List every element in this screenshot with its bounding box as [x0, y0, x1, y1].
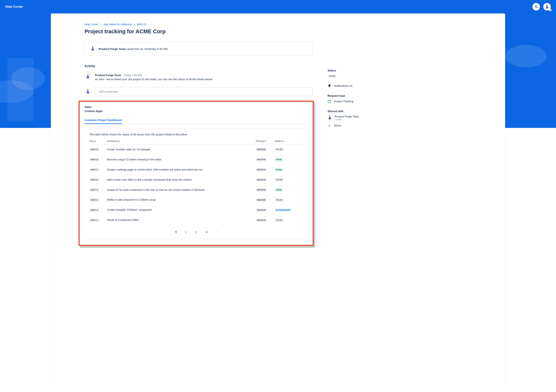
priority-badge: MEDIUM	[256, 208, 267, 212]
status-badge: TO DO	[275, 219, 284, 222]
svg-rect-6	[328, 100, 331, 103]
priority-badge: MEDIUM	[256, 219, 267, 222]
svg-rect-5	[87, 90, 88, 90]
table-row[interactable]: AMFJ-4Ability to add component to Childr…	[89, 195, 303, 205]
table-row[interactable]: AMFJ-5Unique ID for each component in th…	[89, 185, 303, 195]
status-badge: IN PROGRESS	[275, 208, 292, 212]
chevron-right-icon	[215, 231, 217, 233]
shared-user-role: Creator	[335, 118, 359, 121]
svg-line-1	[537, 7, 538, 8]
issue-key: AMFJ-3	[89, 208, 99, 212]
search-icon	[534, 5, 538, 8]
pagination: 123	[89, 231, 303, 234]
col-priority[interactable]: Priority⇅	[256, 138, 275, 144]
profile-avatar[interactable]: 2	[543, 3, 551, 10]
pager-page[interactable]: 3	[205, 230, 208, 234]
search-button[interactable]	[533, 3, 540, 10]
comment-input[interactable]: Add a comment	[95, 87, 313, 96]
table-row[interactable]: AMFJ-9Create Youtube video for V3 change…	[89, 144, 303, 155]
breadcrumb-link[interactable]: Help Center	[85, 23, 99, 26]
add-comment-row: Add a comment	[85, 87, 313, 96]
breadcrumb-link[interactable]: AMS-12	[137, 23, 147, 26]
status-badge: DONE	[275, 168, 283, 172]
table-row[interactable]: AMFJ-3Create reusable "Children" compone…	[89, 205, 303, 215]
issue-key: AMFJ-6	[89, 178, 99, 182]
issue-summary: Create a settings page to control which …	[107, 165, 256, 175]
shared-user-name: Product Forge Team	[335, 115, 359, 118]
pager-next[interactable]	[215, 231, 217, 234]
issue-key: AMFJ-4	[89, 198, 99, 202]
status-badge: TO DO	[275, 178, 284, 182]
svg-rect-2	[547, 5, 548, 5]
apps-heading: Apps	[85, 105, 308, 108]
custom-apps-heading: Custom Apps	[85, 110, 308, 113]
flask-icon	[90, 46, 95, 51]
issue-summary: Unique ID for each component in the tree…	[107, 185, 256, 195]
breadcrumb-link[interactable]: App Maker For Atlassian	[104, 23, 132, 26]
portal-title[interactable]: Help Center	[5, 5, 23, 9]
comment-body: Hi John - we've linked your Jira project…	[95, 77, 313, 81]
comment-time: Today 3:36 PM	[124, 74, 142, 77]
status-badge: TO DO	[275, 148, 284, 151]
apps-highlight-block: Apps Custom Apps Customer Project Dashbo…	[78, 101, 314, 246]
dashboard-panel: The table below shows the status of all …	[85, 128, 308, 239]
issue-summary: Add a hover-over effect to the Lozenge c…	[107, 175, 256, 185]
priority-badge: MEDIUM	[256, 168, 267, 172]
priority-badge: MEDIUM	[256, 188, 267, 192]
issue-key: AMFJ-1	[89, 219, 99, 222]
issue-key: AMFJ-8	[89, 158, 99, 162]
table-row[interactable]: AMFJ-6Add a hover-over effect to the Loz…	[89, 175, 303, 185]
priority-badge: MEDIUM	[256, 178, 267, 182]
pager-page[interactable]: 2	[194, 230, 198, 234]
tab-customer-dashboard[interactable]: Customer Project Dashboard	[85, 117, 122, 124]
status-badge: TO DO	[275, 198, 284, 202]
shared-user-row: Product Forge Team Creator	[328, 115, 421, 121]
pager-prev[interactable]	[175, 231, 177, 234]
content-card: Help Center / App Maker For Atlassian / …	[51, 14, 505, 387]
issue-summary: Visual UI Component Editor	[107, 215, 256, 225]
table-row[interactable]: AMFJ-1Visual UI Component EditorMEDIUMTO…	[89, 215, 303, 225]
activity-heading: Activity	[85, 64, 313, 68]
page-title: Project tracking for ACME Corp	[85, 28, 313, 35]
issue-key: AMFJ-7	[89, 168, 99, 172]
issue-key: AMFJ-9	[89, 148, 99, 151]
col-summary[interactable]: Summary⇅	[107, 138, 256, 144]
issue-summary: Create Youtube video for V3 changes.	[107, 144, 256, 155]
calendar-icon	[328, 100, 331, 103]
chevron-left-icon	[175, 231, 177, 233]
col-key[interactable]: Key⇅	[89, 138, 107, 144]
priority-badge: MEDIUM	[256, 158, 267, 162]
issue-summary: Ability to add component to Children arr…	[107, 195, 256, 205]
plus-icon: ＋	[328, 124, 331, 127]
table-row[interactable]: AMFJ-8Remove unique ID before showing in…	[89, 155, 303, 165]
comment-author: Product Forge Team	[95, 74, 121, 77]
issue-summary: Remove unique ID before showing in the e…	[107, 155, 256, 165]
status-badge: DONE	[275, 158, 283, 162]
table-row[interactable]: AMFJ-7Create a settings page to control …	[89, 165, 303, 175]
flask-icon	[328, 115, 332, 120]
sidebar-status-heading: Status	[328, 69, 421, 72]
panel-intro: The table below shows the status of all …	[89, 133, 303, 136]
status-badge: DONE	[275, 188, 283, 192]
priority-badge: MEDIUM	[256, 148, 267, 151]
issues-table: Key⇅ Summary⇅ Priority⇅ Status⇅ AMFJ-9Cr…	[89, 138, 303, 225]
issue-summary: Create reusable "Children" component.	[107, 205, 256, 215]
svg-rect-3	[92, 47, 93, 47]
svg-rect-7	[329, 116, 330, 116]
current-user-avatar	[85, 88, 91, 95]
request-type-row: Project Tracking	[328, 100, 421, 103]
sidebar-request-type-heading: Request type	[328, 94, 421, 97]
status-badge: TO DO	[328, 75, 337, 78]
top-bar: Help Center 2	[0, 0, 556, 14]
raised-time: raised this on Yesterday 6:34 PM	[126, 47, 168, 50]
raised-by-box: Product Forge Team raised this on Yester…	[85, 42, 313, 56]
breadcrumb: Help Center / App Maker For Atlassian / …	[85, 23, 313, 26]
issue-key: AMFJ-5	[89, 188, 99, 192]
share-button[interactable]: ＋ Share	[328, 124, 421, 127]
col-status[interactable]: Status⇅	[275, 138, 303, 144]
activity-avatar	[85, 73, 91, 80]
activity-item: Product Forge Team Today 3:36 PM Hi John…	[85, 73, 313, 82]
notifications-toggle[interactable]: Notifications on	[328, 84, 421, 88]
pager-page[interactable]: 1	[184, 230, 187, 234]
tab-bar: Customer Project Dashboard	[85, 117, 308, 124]
